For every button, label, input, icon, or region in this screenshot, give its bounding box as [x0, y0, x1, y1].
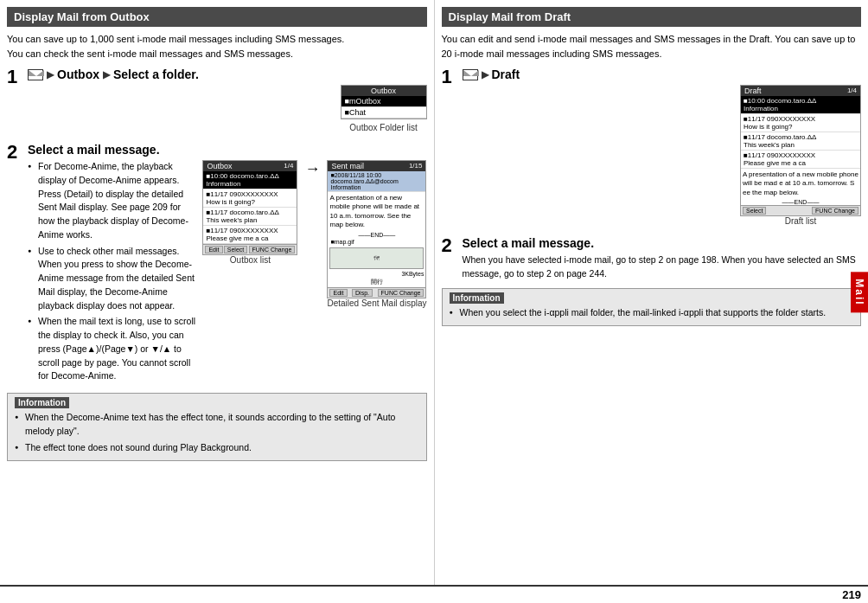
draft-item-1: ■11/17 090XXXXXXXX How is it going?: [741, 114, 860, 132]
bullet-2: When the mail text is long, use to scrol…: [28, 315, 197, 383]
outbox-select-btn[interactable]: Select: [224, 246, 247, 253]
outbox-screen: Outbox 1/4 ■10:00 docomo.taro.ΔΔ Informa…: [202, 160, 297, 255]
right-info-title: Information: [450, 292, 504, 304]
draft-body: A presentation of a new mobile phone wil…: [741, 169, 860, 199]
draft-item-3: ■11/17 090XXXXXXXX Please give me a ca: [741, 151, 860, 169]
right-step2: 2 Select a mail message. When you have s…: [442, 236, 862, 281]
left-section-title: Display Mail from Outbox: [7, 7, 427, 27]
left-info-bullet-1: The effect tone does not sound during Pl…: [15, 441, 419, 455]
left-step1: 1 ▶ Outbox ▶ Select a folder. Outbox ■mO…: [7, 67, 427, 136]
map-area: 🗺: [329, 247, 424, 269]
right-panel: Display Mail from Draft You can edit and…: [435, 0, 869, 585]
outbox-screen-wrapper: Outbox 1/4 ■10:00 docomo.taro.ΔΔ Informa…: [202, 160, 297, 268]
step1-screens: Outbox ■mOutbox ■Chat Outbox Folder list: [28, 85, 427, 136]
draft-screen-wrapper: Draft 1/4 ■10:00 docomo.taro.ΔΔ Informat…: [740, 85, 861, 229]
right-info-bullet-0: When you select the i-αppli mail folder,…: [450, 306, 854, 320]
right-step2-number: 2: [442, 236, 457, 255]
detail-action: 開行: [328, 277, 425, 287]
left-step2: 2 Select a mail message. For Decome-Anim…: [7, 143, 427, 386]
detail-screen: Sent mail 1/15 ■2008/11/18 10:00docomo.t…: [327, 160, 426, 298]
right-step1-number: 1: [442, 67, 457, 87]
folder-item-chat: ■Chat: [341, 107, 426, 119]
step2-number: 2: [7, 143, 22, 162]
draft-select-btn[interactable]: Select: [743, 207, 766, 215]
step1-number: 1: [7, 67, 22, 87]
detail-func-btn[interactable]: FUNC Change: [378, 289, 424, 297]
left-intro: You can save up to 1,000 sent i-mode mai…: [7, 32, 427, 61]
outbox-screen-title: Outbox 1/4: [203, 161, 297, 171]
folder-caption: Outbox Folder list: [349, 123, 417, 132]
right-info-bullets: When you select the i-αppli mail folder,…: [450, 306, 854, 320]
right-step2-text: When you have selected i-mode mail, go t…: [463, 253, 862, 281]
right-step1-screens: Draft 1/4 ■10:00 docomo.taro.ΔΔ Informat…: [463, 85, 862, 229]
draft-item-0: ■10:00 docomo.taro.ΔΔ Information: [741, 96, 860, 114]
draft-end: ——END——: [741, 199, 860, 205]
draft-func-btn[interactable]: FUNC Change: [812, 207, 858, 215]
detail-body: A presentation of a new mobile phone wil…: [328, 192, 425, 232]
bullet-1: Use to check other mail messages. When y…: [28, 245, 197, 313]
step1-label: ▶ Outbox ▶ Select a folder.: [28, 67, 427, 81]
detail-map-label: ■map.gif: [328, 238, 425, 246]
right-step2-label: Select a mail message.: [463, 236, 862, 250]
right-intro: You can edit and send i-mode mail messag…: [442, 32, 862, 61]
left-info-bullets: When the Decome-Anime text has the effec…: [15, 411, 419, 454]
draft-screen-title: Draft 1/4: [741, 86, 860, 96]
folder-screen-title: Outbox: [341, 86, 426, 96]
outbox-edit-btn[interactable]: Edit: [205, 246, 222, 253]
outbox-item-1: ■11/17 090XXXXXXXX How is it going?: [203, 189, 297, 208]
right-draft-label: Draft: [492, 67, 520, 81]
draft-buttons: Select FUNC Change: [741, 205, 860, 215]
detail-caption: Detailed Sent Mail display: [327, 298, 426, 308]
step2-bullets: For Decome-Anime, the playback display o…: [28, 160, 197, 386]
right-step1: 1 ▶ Draft Draft 1/4: [442, 67, 862, 229]
detail-edit-btn[interactable]: Edit: [329, 289, 347, 297]
detail-end: ——END——: [328, 232, 425, 238]
right-step2-content: Select a mail message. When you have sel…: [463, 236, 862, 281]
folder-screen-wrapper: Outbox ■mOutbox ■Chat Outbox Folder list: [341, 85, 427, 136]
outbox-item-3: ■11/17 090XXXXXXXX Please give me a ca: [203, 226, 297, 244]
draft-item-2: ■11/17 docomo.taro.ΔΔ This week's plan: [741, 132, 860, 151]
arrow-between-screens: →: [304, 160, 320, 178]
step2-label: Select a mail message.: [28, 143, 427, 157]
outbox-buttons: Edit Select FUNC Change: [203, 244, 297, 254]
folder-screen: Outbox ■mOutbox ■Chat: [341, 85, 427, 119]
step2-content: Select a mail message. For Decome-Anime,…: [28, 143, 427, 386]
outbox-item-2: ■11/17 docomo.taro.ΔΔ This week's plan: [203, 208, 297, 226]
side-label: Mail: [851, 272, 868, 312]
page-number: 219: [842, 588, 861, 601]
folder-item-outbox: ■mOutbox: [341, 96, 426, 107]
detail-header: ■2008/11/18 10:00docomo.taro.ΔΔ@docomInf…: [328, 171, 425, 192]
detail-screen-wrapper: Sent mail 1/15 ■2008/11/18 10:00docomo.t…: [327, 160, 426, 311]
draft-caption: Draft list: [785, 216, 817, 226]
outbox-caption: Outbox list: [230, 255, 271, 265]
detail-disp-btn[interactable]: Disp.: [352, 289, 373, 297]
right-step1-content: ▶ Draft Draft 1/4 ■10:00 docomo.taro.ΔΔ: [463, 67, 862, 229]
step1-content: ▶ Outbox ▶ Select a folder. Outbox ■mOut…: [28, 67, 427, 136]
left-info-title: Information: [15, 397, 69, 408]
right-section-title: Display Mail from Draft: [442, 7, 862, 27]
draft-screen: Draft 1/4 ■10:00 docomo.taro.ΔΔ Informat…: [740, 85, 861, 216]
right-mail-icon: [463, 69, 478, 80]
left-info-bullet-0: When the Decome-Anime text has the effec…: [15, 411, 419, 439]
step2-screens: Outbox 1/4 ■10:00 docomo.taro.ΔΔ Informa…: [202, 160, 426, 386]
outbox-func-btn[interactable]: FUNC Change: [249, 246, 296, 253]
bullet-0: For Decome-Anime, the playback display o…: [28, 160, 197, 242]
left-panel: Display Mail from Outbox You can save up…: [0, 0, 435, 585]
detail-screen-title: Sent mail 1/15: [328, 161, 425, 171]
left-info-box: Information When the Decome-Anime text h…: [7, 393, 427, 461]
detail-size: 3KBytes: [328, 271, 425, 277]
right-step1-label: ▶ Draft: [463, 67, 862, 81]
detail-buttons: Edit Disp. FUNC Change: [328, 287, 425, 298]
step2-layout: For Decome-Anime, the playback display o…: [28, 160, 427, 386]
right-info-box: Information When you select the i-αppli …: [442, 288, 862, 327]
outbox-item-0: ■10:00 docomo.taro.ΔΔ Information: [203, 171, 297, 189]
page-number-bar: 219: [0, 585, 868, 603]
mail-icon: [28, 69, 43, 80]
